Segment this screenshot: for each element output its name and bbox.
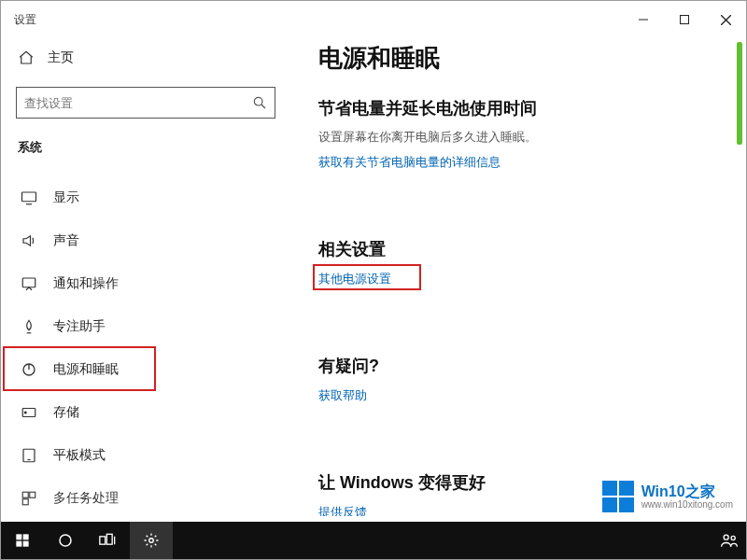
svg-point-22 <box>60 535 71 546</box>
sidebar: 主页 系统 显示 声音 <box>1 38 290 516</box>
sidebar-item-label: 通知和操作 <box>53 275 119 292</box>
sidebar-item-tablet[interactable]: 平板模式 <box>16 434 275 477</box>
section-title: 有疑问? <box>318 355 746 377</box>
svg-point-26 <box>149 539 154 543</box>
watermark-text: Win10之家 www.win10xitong.com <box>641 483 733 511</box>
title-bar: 设置 <box>1 1 746 38</box>
home-label: 主页 <box>48 49 74 66</box>
sidebar-item-power[interactable]: 电源和睡眠 <box>16 348 275 391</box>
search-input[interactable] <box>24 96 252 110</box>
storage-icon <box>20 404 38 421</box>
display-icon <box>20 189 38 206</box>
svg-point-4 <box>254 97 262 105</box>
section-desc: 设置屏幕在你离开电脑后多久进入睡眠。 <box>318 129 746 146</box>
search-icon <box>252 95 267 110</box>
sidebar-item-storage[interactable]: 存储 <box>16 391 275 434</box>
section-related: 相关设置 其他电源设置 <box>318 238 746 321</box>
task-view-button[interactable] <box>87 522 130 559</box>
svg-rect-24 <box>106 534 112 544</box>
battery-info-link[interactable]: 获取有关节省电脑电量的详细信息 <box>318 154 500 171</box>
window-title: 设置 <box>14 12 36 28</box>
svg-rect-8 <box>22 278 35 287</box>
svg-point-28 <box>731 536 735 539</box>
people-button[interactable] <box>711 522 747 559</box>
svg-rect-6 <box>22 192 36 202</box>
svg-point-12 <box>24 412 26 413</box>
section-battery: 节省电量并延长电池使用时间 设置屏幕在你离开电脑后多久进入睡眠。 获取有关节省电… <box>318 97 746 204</box>
svg-line-5 <box>261 105 265 108</box>
tablet-icon <box>20 447 38 464</box>
svg-rect-16 <box>30 492 35 497</box>
svg-rect-23 <box>100 537 106 544</box>
settings-taskbar-button[interactable] <box>130 522 173 559</box>
svg-rect-15 <box>22 492 28 497</box>
get-help-link[interactable]: 获取帮助 <box>318 387 367 404</box>
sidebar-item-focus[interactable]: 专注助手 <box>16 305 275 348</box>
svg-rect-1 <box>681 16 689 24</box>
sidebar-item-label: 电源和睡眠 <box>53 361 119 378</box>
start-button[interactable] <box>1 522 44 559</box>
feedback-link[interactable]: 提供反馈 <box>318 504 367 516</box>
cortana-button[interactable] <box>44 522 87 559</box>
svg-rect-18 <box>16 534 21 539</box>
power-icon <box>20 361 38 378</box>
svg-rect-17 <box>22 499 28 505</box>
page-title: 电源和睡眠 <box>318 42 746 75</box>
sidebar-item-sound[interactable]: 声音 <box>16 219 275 262</box>
category-label: 系统 <box>16 139 275 156</box>
sidebar-item-notifications[interactable]: 通知和操作 <box>16 262 275 305</box>
multitask-icon <box>20 490 38 507</box>
section-help: 有疑问? 获取帮助 <box>318 355 746 438</box>
close-button[interactable] <box>705 6 746 34</box>
svg-point-27 <box>724 535 728 539</box>
main-panel: 电源和睡眠 节省电量并延长电池使用时间 设置屏幕在你离开电脑后多久进入睡眠。 获… <box>290 38 746 516</box>
sidebar-item-label: 存储 <box>53 404 79 421</box>
sound-icon <box>20 232 38 249</box>
minimize-button[interactable] <box>623 6 664 34</box>
home-icon <box>18 49 35 66</box>
sidebar-item-label: 显示 <box>53 189 79 206</box>
notifications-icon <box>20 275 38 292</box>
sidebar-item-multitask[interactable]: 多任务处理 <box>16 477 275 520</box>
sidebar-item-label: 专注助手 <box>53 318 106 335</box>
sidebar-item-label: 声音 <box>53 232 79 249</box>
other-power-settings-link[interactable]: 其他电源设置 <box>318 271 391 287</box>
section-title: 相关设置 <box>318 238 746 260</box>
focus-icon <box>20 318 38 335</box>
nav-list: 显示 声音 通知和操作 专注助手 <box>16 176 275 520</box>
home-row[interactable]: 主页 <box>16 40 275 76</box>
watermark: Win10之家 www.win10xitong.com <box>602 481 733 512</box>
sidebar-item-display[interactable]: 显示 <box>16 176 275 219</box>
windows-logo-icon <box>602 481 634 512</box>
search-box[interactable] <box>16 87 275 119</box>
sidebar-item-label: 多任务处理 <box>53 490 119 507</box>
svg-rect-20 <box>16 541 21 547</box>
svg-rect-21 <box>23 541 29 547</box>
sidebar-item-label: 平板模式 <box>53 447 106 464</box>
section-title: 节省电量并延长电池使用时间 <box>318 97 746 119</box>
svg-rect-19 <box>23 534 29 539</box>
maximize-button[interactable] <box>664 6 705 34</box>
taskbar <box>1 522 747 559</box>
